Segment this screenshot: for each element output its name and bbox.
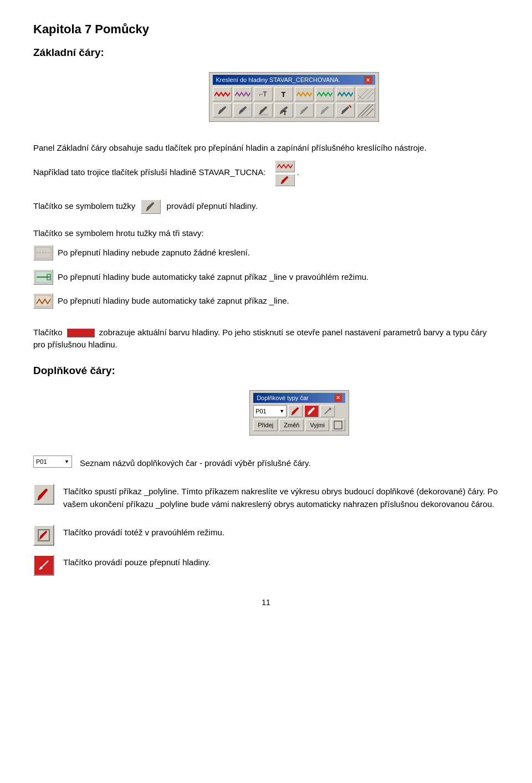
tb-btn-wave1[interactable] — [213, 87, 232, 101]
svg-marker-15 — [300, 106, 308, 114]
doplnkove-dropdown[interactable]: P01 ▼ — [253, 405, 287, 417]
dropdown-value: P01 — [255, 408, 267, 414]
svg-marker-43 — [39, 531, 47, 540]
doplnkove-title-bar: Doplňkové typy čar ✕ — [253, 393, 345, 403]
colorbar-prefix: Tlačítko — [33, 327, 63, 337]
svg-marker-6 — [239, 106, 247, 114]
svg-line-20 — [358, 104, 370, 116]
page-number: 11 — [33, 598, 499, 607]
doplnkove-close-btn[interactable]: ✕ — [334, 394, 342, 402]
svg-line-0 — [358, 89, 368, 99]
svg-marker-35 — [291, 407, 299, 415]
svg-marker-16 — [321, 106, 329, 114]
svg-rect-11 — [258, 114, 268, 115]
svg-marker-23 — [281, 176, 288, 184]
state2-text: Po přepnutí hladiny bude automaticky tak… — [58, 269, 499, 284]
tucna-desc: Například tato trojice tlačítek přísluší… — [33, 160, 499, 186]
doplnkove-title: Doplňkové typy čar — [257, 395, 309, 401]
dp4-icon — [33, 555, 54, 576]
tuzky-icon — [141, 199, 161, 214]
state2-row: Po přepnutí hladiny bude automaticky tak… — [33, 269, 499, 289]
state3-row: Po přepnutí hladiny bude automaticky tak… — [33, 293, 499, 313]
toolbar-close-btn[interactable]: ✕ — [364, 76, 372, 84]
stavar-tucna-section: Například tato trojice tlačítek přísluší… — [33, 160, 499, 186]
section2-title: Doplňkové čáry: — [33, 365, 499, 377]
tb-btn-slash1[interactable] — [295, 103, 314, 117]
dropdown-arrow-icon: ▼ — [279, 408, 284, 414]
dp2-icon — [33, 484, 54, 505]
btn-pridej[interactable]: Přidej — [253, 419, 278, 431]
tuzky-suffix: provádí přepnutí hladiny. — [167, 201, 258, 210]
tucna-icons — [275, 160, 295, 186]
svg-rect-39 — [334, 421, 342, 429]
svg-line-19 — [349, 105, 351, 108]
tb-btn-t2[interactable]: T — [274, 103, 293, 117]
dp4-row: Tlačítko provádí pouze přepnutí hladiny. — [33, 555, 499, 576]
colorbar-suffix: zobrazuje aktuální barvu hladiny. Po jeh… — [33, 327, 487, 350]
tb-btn-pencil4[interactable] — [315, 103, 334, 117]
tuzky-prefix: Tlačítko se symbolem tužky — [33, 201, 135, 210]
section1-title: Základní čáry: — [33, 47, 499, 59]
colorbar-desc: Tlačítko zobrazuje aktuální barvu hladin… — [33, 326, 499, 351]
states-section: Tlačítko se symbolem hrotu tužky má tři … — [33, 227, 499, 313]
dp1-text: Seznam názvů doplňkových čar - provádí v… — [80, 456, 499, 470]
tb-btn-wave3[interactable] — [295, 87, 314, 101]
svg-marker-4 — [218, 106, 226, 114]
states-header: Tlačítko se symbolem hrotu tužky má tři … — [33, 227, 499, 240]
tb-btn-pencil1[interactable] — [213, 103, 232, 117]
p01-value: P01 — [36, 458, 47, 465]
period: . — [297, 167, 299, 177]
tb-btn-pencil2[interactable] — [233, 103, 252, 117]
doplnkove-btn-pencil[interactable] — [288, 405, 303, 417]
dp3-row: Tlačítko provádí totéž v pravoúhlém reži… — [33, 525, 499, 546]
chapter-title: Kapitola 7 Pomůcky — [33, 22, 499, 37]
tb-btn-wave4[interactable] — [315, 87, 334, 101]
svg-marker-18 — [341, 106, 349, 114]
state3-icon — [33, 293, 53, 309]
doplnkove-panel: Doplňkové typy čar ✕ P01 ▼ Přidej Změň V… — [249, 390, 349, 436]
state1-row: Po přepnutí hladiny nebude zapnuto žádné… — [33, 245, 499, 265]
doplnkove-btn-arrow[interactable] — [320, 405, 335, 417]
tb-btn-hatch[interactable] — [356, 87, 375, 101]
toolbar-title-bar: Kreslení do hladiny STAVAR_CERCHOVANA. ✕ — [213, 75, 375, 85]
toolbar-row-2: T — [213, 103, 375, 117]
tb-btn-t[interactable]: T — [274, 87, 293, 101]
toolbar-row-1: ⌐T T — [213, 87, 375, 101]
tb-btn-pencil3[interactable] — [254, 103, 273, 117]
p01-dropdown[interactable]: P01 ▼ — [33, 456, 72, 468]
state2-icon — [33, 269, 53, 285]
dp4-text: Tlačítko provádí pouze přepnutí hladiny. — [63, 555, 499, 569]
dp3-text: Tlačítko provádí totéž v pravoúhlém reži… — [63, 525, 499, 539]
tucna-prefix: Například tato trojice tlačítek přísluší… — [33, 167, 265, 177]
btn-zmen[interactable]: Změň — [279, 419, 304, 431]
svg-line-1 — [362, 89, 372, 99]
tucna-icon-pencil — [275, 174, 295, 186]
state3-text: Po přepnutí hladiny bude automaticky tak… — [58, 293, 499, 308]
tb-btn-wave2[interactable] — [233, 87, 252, 101]
state1-text: Po přepnutí hladiny nebude zapnuto žádné… — [58, 245, 499, 259]
svg-line-22 — [366, 109, 374, 116]
dp3-icon — [33, 525, 54, 546]
state1-icon — [33, 245, 53, 260]
doplnkove-btn-rect[interactable] — [331, 419, 345, 431]
tb-btn-wave5[interactable] — [336, 87, 355, 101]
tucna-icon-wave — [275, 160, 295, 172]
doplnkove-row-2: Přidej Změň Vyjmi — [253, 419, 345, 431]
colorbar-section: Tlačítko zobrazuje aktuální barvu hladin… — [33, 326, 499, 351]
tb-btn-rect[interactable]: ⌐T — [254, 87, 273, 101]
btn-vyjmi[interactable]: Vyjmi — [305, 419, 329, 431]
doplnkove-btn-red-pencil[interactable] — [304, 405, 319, 417]
color-bar — [67, 329, 95, 337]
toolbar-panel: Kreslení do hladiny STAVAR_CERCHOVANA. ✕… — [209, 72, 379, 122]
p01-arrow-icon: ▼ — [64, 459, 69, 464]
svg-marker-37 — [308, 407, 315, 415]
p01-row: P01 ▼ Seznam názvů doplňkových čar - pro… — [33, 456, 499, 475]
doplnkove-row-1: P01 ▼ — [253, 405, 345, 417]
tuzky-section: Tlačítko se symbolem tužky provádí přepn… — [33, 199, 499, 214]
dp2-text: Tlačítko spustí příkaz _polyline. Tímto … — [63, 484, 499, 510]
tb-btn-hatch2[interactable] — [356, 103, 375, 117]
tuzky-desc: Tlačítko se symbolem tužky provádí přepn… — [33, 199, 499, 214]
svg-rect-34 — [35, 295, 51, 306]
tb-btn-pencil5[interactable] — [336, 103, 355, 117]
panel-description: Panel Základní čáry obsahuje sadu tlačít… — [33, 142, 499, 155]
